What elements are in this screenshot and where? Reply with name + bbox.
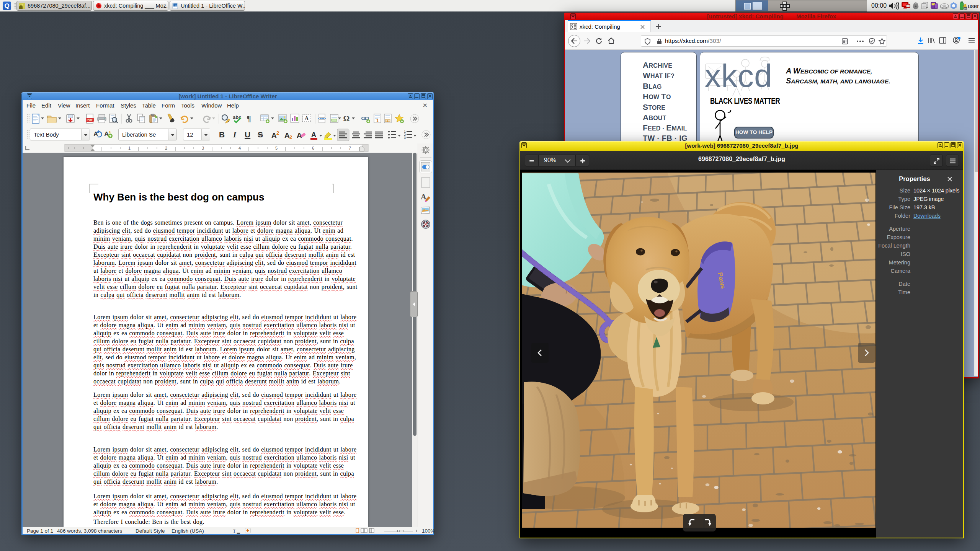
svg-text:1: 1	[128, 146, 131, 150]
svg-text:6: 6	[312, 146, 314, 150]
svg-text:2: 2	[165, 146, 167, 150]
svg-text:¶: ¶	[247, 114, 251, 123]
svg-text:Q: Q	[4, 2, 9, 10]
svg-text:A: A	[311, 131, 316, 139]
svg-text:xkcd: xkcd	[705, 58, 773, 94]
svg-text:i: i	[387, 119, 388, 122]
svg-text:S: S	[258, 130, 263, 139]
svg-text:A: A	[271, 131, 277, 139]
svg-text:3: 3	[404, 136, 406, 140]
svg-text:B: B	[219, 130, 225, 139]
svg-text:U: U	[245, 130, 250, 139]
svg-text:PDF: PDF	[87, 118, 93, 122]
svg-text:4: 4	[238, 146, 241, 150]
svg-text:A: A	[284, 131, 290, 139]
svg-text:I: I	[233, 130, 237, 139]
svg-text:1: 1	[376, 119, 379, 123]
svg-text:3: 3	[202, 146, 204, 150]
svg-text:Ω: Ω	[343, 114, 350, 123]
svg-text:7: 7	[349, 146, 351, 150]
svg-text:5: 5	[275, 146, 278, 150]
svg-text:A: A	[305, 116, 309, 121]
svg-text:2: 2	[289, 134, 292, 140]
svg-text:2: 2	[276, 130, 279, 136]
svg-text:A: A	[421, 192, 426, 201]
svg-text:60: 60	[964, 7, 967, 10]
